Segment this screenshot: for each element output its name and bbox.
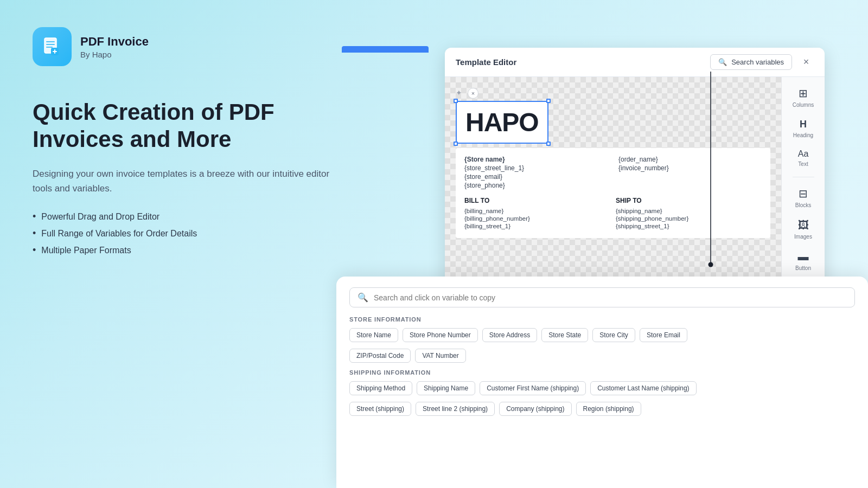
tag-street-line2[interactable]: Street line 2 (shipping) [416,402,495,416]
hero-heading: Quick Creation of PDF Invoices and More [33,99,336,153]
editor-window: Template Editor 🔍 Search variables × ✦ × [445,48,825,297]
shipping-info-label: SHIPPING INFORMATION [349,369,855,376]
delete-block-button[interactable]: × [468,88,478,99]
app-title-block: PDF Invoice By Hapo [80,35,149,59]
editor-body: ✦ × HAPO [445,77,825,297]
search-variables-label: Search variables [731,58,784,66]
images-icon-1: 🖼 [798,219,809,232]
variables-panel: 🔍 STORE INFORMATION Store Name Store Pho… [336,277,868,488]
ship-to-heading: SHIP TO [616,197,762,204]
handle-top-right[interactable] [546,99,551,103]
invoice-variables: {Store name} {order_name} {store_street_… [464,156,762,189]
bill-name: {billing_name} [464,208,610,214]
feature-list: Powerful Drag and Drop Editor Full Range… [33,211,336,256]
app-header: PDF Invoice By Hapo [33,27,336,66]
shipping-tags-row: Shipping Method Shipping Name Customer F… [349,381,855,395]
store-tags-row-2: ZIP/Postal Code VAT Number [349,349,855,363]
feature-item-2: Full Range of Variables for Order Detail… [33,228,336,239]
handle-bottom-right[interactable] [546,142,551,146]
sidebar-item-blocks[interactable]: ⊟ Blocks [785,183,822,213]
app-name: PDF Invoice [80,35,149,49]
sidebar-item-images-1[interactable]: 🖼 Images [785,215,822,244]
tag-store-state[interactable]: Store State [541,328,588,342]
bill-phone: {billing_phone_number} [464,215,610,222]
app-subtitle: By Hapo [80,50,149,59]
feature-item-3: Multiple Paper Formats [33,245,336,256]
text-icon: Aa [798,149,809,159]
bill-to-heading: BILL TO [464,197,610,204]
hero-description: Designing your own invoice templates is … [33,166,336,196]
tag-customer-last-name[interactable]: Customer Last Name (shipping) [590,381,696,395]
close-button[interactable]: × [799,55,814,70]
tag-store-name[interactable]: Store Name [349,328,398,342]
columns-label: Columns [793,102,814,108]
bill-to-section: BILL TO {billing_name} {billing_phone_nu… [464,197,610,230]
editor-canvas: ✦ × HAPO [445,77,781,297]
ship-street: {shipping_street_1} [616,223,762,229]
tag-store-phone[interactable]: Store Phone Number [403,328,478,342]
tag-store-city[interactable]: Store City [592,328,635,342]
tag-street-shipping[interactable]: Street (shipping) [349,402,411,416]
var-empty1 [618,173,762,181]
move-icon[interactable]: ✦ [456,88,465,98]
var-order-name: {order_name} [618,156,762,163]
variable-search-input[interactable] [374,293,847,302]
blocks-icon: ⊟ [799,187,808,200]
store-tags-row: Store Name Store Phone Number Store Addr… [349,328,855,342]
blue-accent-bar [342,46,429,53]
var-street: {store_street_line_1} [464,164,608,172]
invoice-content: {Store name} {order_name} {store_street_… [456,148,770,238]
images-label-1: Images [794,234,812,240]
sidebar-divider-1 [793,177,814,177]
invoice-bill-ship: BILL TO {billing_name} {billing_phone_nu… [464,197,762,230]
bill-street: {billing_street_1} [464,223,610,229]
sidebar-items: ⊞ Columns H Heading Aa Text ⊟ Blocks [782,82,825,297]
columns-icon: ⊞ [799,87,808,100]
editor-sidebar: ⊞ Columns H Heading Aa Text ⊟ Blocks [781,77,825,297]
logo-block[interactable]: HAPO [456,101,548,144]
feature-item-1: Powerful Drag and Drop Editor [33,211,336,222]
var-empty2 [618,182,762,189]
ship-phone: {shipping_phone_number} [616,215,762,222]
ship-name: {shipping_name} [616,208,762,214]
text-label: Text [798,161,808,167]
store-info-label: STORE INFORMATION [349,316,855,323]
tag-vat[interactable]: VAT Number [415,349,465,363]
tag-shipping-method[interactable]: Shipping Method [349,381,412,395]
editor-header: Template Editor 🔍 Search variables × [445,48,825,77]
heading-label: Heading [793,132,813,138]
logo-text: HAPO [465,108,539,137]
sidebar-item-button[interactable]: ▬ Button [785,246,822,275]
variable-search-bar[interactable]: 🔍 [349,287,855,307]
tag-zip[interactable]: ZIP/Postal Code [349,349,411,363]
ship-to-section: SHIP TO {shipping_name} {shipping_phone_… [616,197,762,230]
button-icon: ▬ [798,251,809,263]
shipping-tags-row-2: Street (shipping) Street line 2 (shippin… [349,402,855,416]
app-icon-svg [41,36,63,57]
heading-icon: H [800,119,807,130]
tag-customer-first-name[interactable]: Customer First Name (shipping) [480,381,586,395]
sidebar-item-heading[interactable]: H Heading [785,114,822,143]
var-email: {store_email} [464,173,608,181]
tag-company-shipping[interactable]: Company (shipping) [499,402,571,416]
handle-top-left[interactable] [454,99,458,103]
app-icon [33,27,72,66]
block-controls: ✦ × [456,88,770,99]
sidebar-item-text[interactable]: Aa Text [785,145,822,171]
search-icon: 🔍 [718,58,727,66]
tag-store-email[interactable]: Store Email [640,328,687,342]
blocks-label: Blocks [795,202,811,208]
var-store-name: {Store name} [464,156,608,163]
tag-store-address[interactable]: Store Address [482,328,537,342]
tag-region-shipping[interactable]: Region (shipping) [576,402,641,416]
logo-container: ✦ × HAPO [456,88,770,144]
search-var-icon: 🔍 [358,292,368,303]
var-phone: {store_phone} [464,182,608,189]
sidebar-item-columns[interactable]: ⊞ Columns [785,82,822,112]
editor-title: Template Editor [456,57,516,67]
button-label: Button [795,265,811,271]
tag-shipping-name[interactable]: Shipping Name [417,381,475,395]
search-variables-button[interactable]: 🔍 Search variables [710,54,792,70]
var-invoice: {invoice_number} [618,164,762,172]
handle-bottom-left[interactable] [454,142,458,146]
